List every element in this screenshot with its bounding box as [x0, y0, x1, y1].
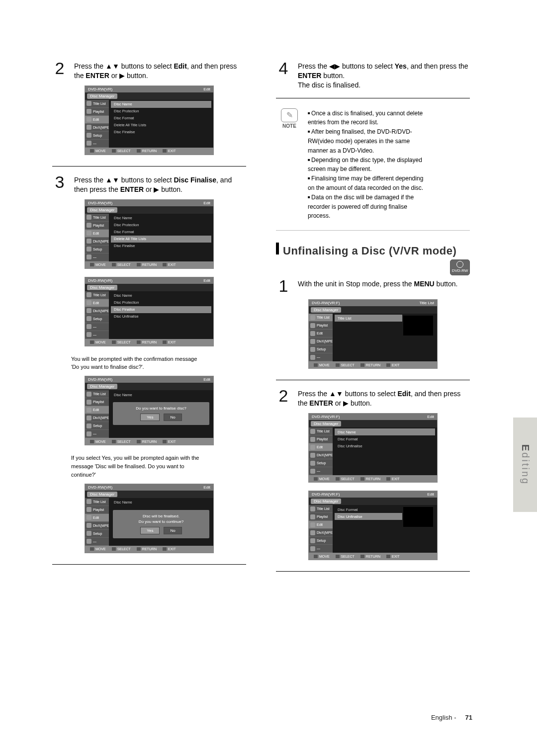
confirm-dialog-2: Disc will be finalised. Do you want to c…	[113, 510, 209, 538]
divider	[276, 98, 470, 98]
step-2b: 2 Press the ▲▼ buttons to select Edit, a…	[276, 387, 470, 408]
step-1b: 1 With the unit in Stop mode, press the …	[276, 277, 470, 294]
heading-bar-icon	[276, 243, 279, 254]
divider	[276, 571, 470, 572]
osd-finalise-dialog-2: DVD-RW(VR)Edit Disc Manager Title List P…	[85, 484, 214, 553]
no-button[interactable]: No	[164, 527, 181, 534]
osd-edit-unfinalise-2: DVD-RW(VR:F)Edit Disc Manager Title List…	[308, 491, 438, 560]
pencil-icon: ✎	[281, 108, 298, 122]
step-text: Press the ▲▼ buttons to select Disc Fina…	[74, 173, 246, 194]
divider	[276, 230, 470, 231]
confirm-dialog: Do you want to finalise disc? Yes No	[113, 402, 209, 425]
step-number: 1	[276, 277, 291, 294]
disc-badges: DVD-RW	[276, 259, 470, 275]
page-number: 71	[465, 714, 472, 721]
osd-title-list: DVD-RW(VR:F)Title List Disc Manager Titl…	[308, 299, 438, 369]
caption-confirm-2: If you select Yes, you will be prompted …	[71, 453, 242, 480]
step-text: With the unit in Stop mode, press the ME…	[298, 277, 470, 294]
dvd-rw-badge: DVD-RW	[450, 259, 470, 275]
step-number: 3	[52, 173, 67, 194]
right-column: 4 Press the ◀▶ buttons to select Yes, an…	[276, 60, 470, 579]
caption-confirm: You will be prompted with the confirmati…	[71, 354, 242, 372]
divider	[52, 564, 246, 565]
step-number: 2	[52, 60, 67, 81]
note-label: NOTE	[276, 123, 303, 129]
note-block: ✎ NOTE Once a disc is finalised, you can…	[276, 108, 470, 222]
step-3: 3 Press the ▲▼ buttons to select Disc Fi…	[52, 173, 246, 194]
step-number: 2	[276, 387, 291, 408]
step-text: Press the ◀▶ buttons to select Yes, and …	[298, 60, 470, 90]
osd-edit-menu-1: DVD-RW(VR)Edit Disc Manager Title List P…	[85, 85, 214, 155]
step-4: 4 Press the ◀▶ buttons to select Yes, an…	[276, 60, 470, 90]
yes-button[interactable]: Yes	[140, 414, 160, 421]
step-text: Press the ▲▼ buttons to select Edit, and…	[298, 387, 470, 408]
section-title: Unfinalising a Disc (V/VR mode)	[283, 245, 456, 257]
yes-button[interactable]: Yes	[140, 527, 160, 534]
thumbnail	[403, 316, 433, 336]
side-tab-rest: diting	[520, 452, 531, 485]
thumbnail	[403, 507, 433, 527]
divider	[276, 380, 470, 380]
step-number: 4	[276, 60, 291, 90]
section-heading: Unfinalising a Disc (V/VR mode)	[276, 243, 470, 257]
left-column: 2 Press the ▲▼ buttons to select Edit, a…	[52, 60, 246, 579]
page-footer: English -71	[431, 714, 472, 721]
side-tab-head: E	[520, 444, 531, 452]
osd-edit-unfinalise-1: DVD-RW(VR:F)Edit Disc Manager Title List…	[308, 413, 438, 483]
no-button[interactable]: No	[164, 414, 181, 421]
osd-finalise-dialog-1: DVD-RW(VR)Edit Disc Manager Title List P…	[85, 376, 214, 445]
note-body: Once a disc is finalised, you cannot del…	[308, 108, 470, 222]
divider	[52, 166, 246, 167]
osd-edit-menu-2: DVD-RW(VR)Edit Disc Manager Title List P…	[85, 199, 214, 269]
side-tab: Editing	[513, 418, 537, 512]
step-2: 2 Press the ▲▼ buttons to select Edit, a…	[52, 60, 246, 81]
step-text: Press the ▲▼ buttons to select Edit, and…	[74, 60, 246, 81]
osd-edit-menu-3: DVD-RW(VR)Edit Disc Manager Title List E…	[85, 277, 214, 346]
